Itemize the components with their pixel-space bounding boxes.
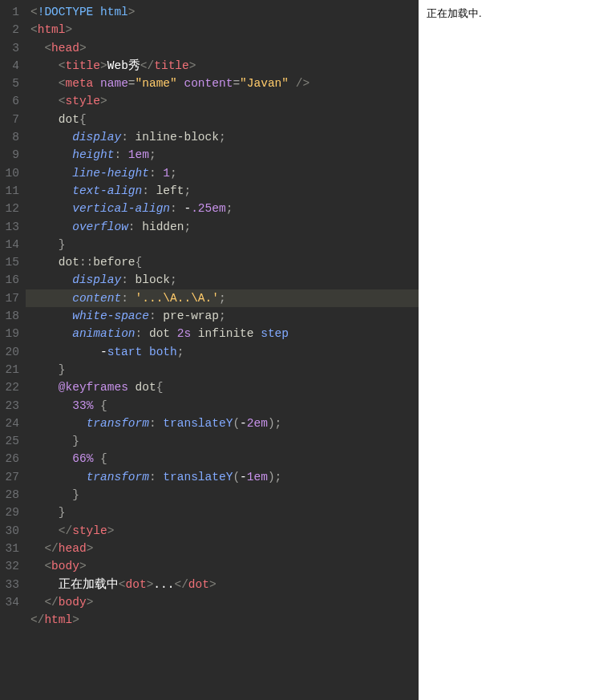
line-number: 9 bbox=[3, 146, 19, 164]
code-line[interactable]: 66% { bbox=[30, 450, 419, 467]
code-line[interactable]: <title>Web秀</title> bbox=[30, 57, 419, 75]
code-line[interactable]: <style> bbox=[30, 92, 419, 110]
line-number: 33 bbox=[3, 576, 19, 593]
code-token: dot bbox=[59, 256, 79, 269]
code-token: title bbox=[66, 59, 101, 72]
code-token: </ bbox=[44, 596, 58, 609]
code-token: display bbox=[72, 131, 121, 144]
code-token: > bbox=[87, 596, 94, 609]
code-line[interactable]: <body> bbox=[30, 557, 419, 575]
code-line[interactable]: dot{ bbox=[30, 111, 419, 128]
line-number: 31 bbox=[3, 540, 19, 557]
code-token: { bbox=[136, 256, 143, 269]
code-line[interactable]: } bbox=[30, 432, 419, 450]
code-line[interactable]: -start both; bbox=[30, 343, 419, 361]
code-token: - bbox=[240, 417, 247, 430]
code-token: style bbox=[72, 524, 107, 537]
code-line[interactable]: animation: dot 2s infinite step bbox=[30, 325, 419, 342]
line-number: 24 bbox=[3, 415, 19, 432]
code-line[interactable]: transform: translateY(-1em); bbox=[30, 468, 419, 486]
code-token: dot bbox=[188, 578, 209, 591]
code-line[interactable]: overflow: hidden; bbox=[30, 218, 419, 236]
code-token: em bbox=[136, 148, 149, 161]
code-token: ; bbox=[219, 310, 226, 322]
code-line[interactable]: <!DOCTYPE html> bbox=[30, 3, 419, 21]
code-token: > bbox=[79, 42, 87, 55]
code-token: body bbox=[59, 596, 87, 609]
line-number: 32 bbox=[3, 557, 19, 575]
code-token: ); bbox=[268, 417, 281, 430]
code-line[interactable]: transform: translateY(-2em); bbox=[30, 415, 419, 432]
code-token: title bbox=[154, 59, 189, 72]
code-token: 1 bbox=[128, 148, 136, 161]
code-token: em bbox=[212, 202, 225, 215]
code-line[interactable]: <head> bbox=[30, 39, 419, 57]
code-token: transform bbox=[87, 417, 149, 430]
code-line[interactable]: @keyframes dot{ bbox=[30, 378, 419, 396]
line-number: 22 bbox=[3, 378, 19, 396]
line-number: 17 bbox=[3, 289, 19, 307]
line-number: 11 bbox=[3, 182, 19, 200]
code-token: </ bbox=[174, 578, 188, 591]
line-number: 27 bbox=[3, 468, 19, 486]
code-token: step bbox=[261, 327, 289, 340]
line-number-gutter: 1234567891011121314151617181920212223242… bbox=[0, 0, 26, 700]
code-token: em bbox=[253, 471, 267, 484]
code-token: overflow bbox=[72, 221, 128, 233]
code-line[interactable]: </body> bbox=[30, 593, 419, 611]
code-line[interactable]: } bbox=[30, 236, 419, 253]
code-line[interactable]: white-space: pre-wrap; bbox=[30, 307, 419, 325]
code-token: Web秀 bbox=[107, 59, 140, 72]
code-content-area[interactable]: <!DOCTYPE html><html> <head> <title>Web秀… bbox=[26, 0, 419, 700]
code-token: .25 bbox=[191, 202, 212, 215]
code-token: dot bbox=[128, 381, 156, 394]
code-line[interactable]: </html> bbox=[30, 611, 419, 629]
code-token: > bbox=[100, 95, 107, 107]
code-token: > bbox=[107, 524, 115, 537]
code-token: : bbox=[136, 327, 149, 340]
code-line[interactable]: text-align: left; bbox=[30, 182, 419, 200]
line-number: 15 bbox=[3, 253, 19, 271]
code-token: } bbox=[59, 238, 66, 251]
code-line[interactable]: } bbox=[30, 486, 419, 504]
code-line[interactable]: <meta name="name" content="Javan" /> bbox=[30, 75, 419, 92]
code-line[interactable]: } bbox=[30, 361, 419, 378]
code-token: { bbox=[156, 381, 164, 394]
code-token: ; bbox=[184, 221, 191, 233]
code-token: } bbox=[59, 363, 66, 376]
code-token: display bbox=[72, 273, 121, 286]
code-line[interactable]: height: 1em; bbox=[30, 146, 419, 164]
code-editor-pane[interactable]: 1234567891011121314151617181920212223242… bbox=[0, 0, 419, 700]
code-token: 33 bbox=[72, 399, 86, 412]
line-number: 13 bbox=[3, 218, 19, 236]
code-token: - bbox=[100, 346, 107, 358]
code-token: :: bbox=[79, 256, 93, 269]
line-number: 12 bbox=[3, 200, 19, 217]
code-token: dot bbox=[149, 327, 177, 340]
code-line[interactable]: 33% { bbox=[30, 397, 419, 415]
code-line[interactable]: vertical-align: -.25em; bbox=[30, 200, 419, 217]
code-token: ( bbox=[233, 471, 240, 484]
code-line[interactable]: dot::before{ bbox=[30, 253, 419, 271]
code-line[interactable]: line-height: 1; bbox=[30, 164, 419, 182]
code-line[interactable]: display: block; bbox=[30, 271, 419, 289]
line-number: 18 bbox=[3, 307, 19, 325]
code-token: ; bbox=[226, 202, 233, 215]
code-line[interactable]: </head> bbox=[30, 540, 419, 557]
code-line[interactable]: 正在加载中<dot>...</dot> bbox=[30, 576, 419, 593]
code-token: : bbox=[149, 167, 163, 180]
code-token: translateY bbox=[163, 471, 233, 484]
code-token: content bbox=[184, 77, 233, 90]
code-line[interactable]: display: inline-block; bbox=[30, 128, 419, 146]
code-token: name bbox=[100, 77, 128, 90]
code-line[interactable]: content: '...\A..\A.'; bbox=[30, 289, 419, 307]
code-token: : bbox=[149, 310, 163, 322]
code-line[interactable]: <html> bbox=[30, 21, 419, 38]
code-line[interactable]: </style> bbox=[30, 522, 419, 540]
code-token: > bbox=[87, 542, 94, 555]
code-token: text-align bbox=[72, 184, 142, 197]
code-line[interactable]: } bbox=[30, 504, 419, 521]
code-token: animation bbox=[72, 327, 135, 340]
code-token: transform bbox=[87, 471, 149, 484]
code-token: left bbox=[156, 184, 184, 197]
